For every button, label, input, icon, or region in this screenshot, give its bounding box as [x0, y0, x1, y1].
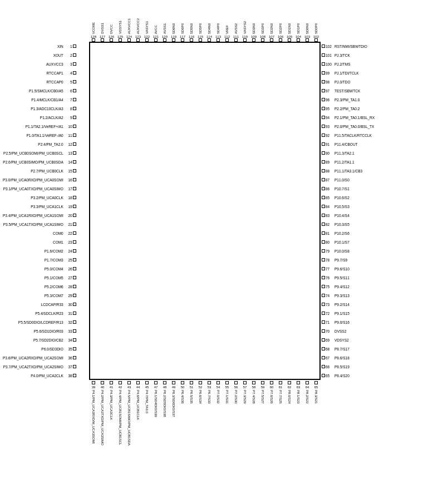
right-pin-label: P10.4/S4: [334, 214, 350, 218]
right-pin-label: P9.1/S15: [334, 312, 350, 315]
top-pin-item: SD5N0 116: [187, 6, 196, 42]
left-pin-item: P2.7/PM_UCB0CLK 15: [3, 166, 76, 175]
bottom-pin-label: P6.7/S33: [208, 390, 211, 404]
left-pin-number: 14: [65, 160, 72, 164]
right-pin-label: P2.1/PM_TA0.1/BSL_RX: [334, 116, 375, 120]
left-pin-item: P1.0/TA1.1/VeREF-/A0 11: [3, 131, 76, 140]
right-pin-item: 96 P2.3/PM_TA1.0: [322, 95, 430, 104]
top-pin-item: SD3N0 109: [249, 6, 258, 42]
pin-square: [73, 89, 76, 92]
bottom-pin-item: 43 P4.5/PM_UCB1SIMO/PM_UCB1SDA: [125, 381, 134, 439]
left-pin-number: 38: [65, 374, 72, 378]
pin-square: [73, 223, 76, 226]
pin-square: [322, 294, 325, 297]
left-pin-label: COM0: [53, 231, 63, 235]
left-pin-label: COM1: [53, 240, 63, 244]
top-pin-item: AVSS2 111: [232, 6, 240, 42]
left-pin-item: P5.0/COM4 26: [3, 264, 76, 273]
right-pin-item: 100 PJ.2/TMS: [322, 60, 430, 68]
right-pin-label: P11.4/CBOUT: [334, 142, 358, 146]
left-pin-item: P1.1/TA2.1/VeREF+/A1 10: [3, 122, 76, 131]
left-pin-number: 15: [65, 169, 72, 173]
right-pin-number: 82: [326, 223, 333, 226]
right-pin-item: 102 RST/NMI/SBWTDIO: [322, 42, 430, 51]
top-pin-item: AVCC 121: [151, 6, 160, 42]
right-pin-label: PJ.1/TDI/TCLK: [334, 71, 359, 75]
right-pin-label: P10.2/S6: [334, 231, 350, 235]
pin-square: [73, 276, 76, 279]
left-pin-item: XIN 1: [3, 42, 76, 51]
top-pin-label: DVSS1: [101, 23, 104, 34]
left-pin-item: P5.1/COM5 27: [3, 273, 76, 282]
bottom-pin-item: 44 P4.6/PM_UCB1CLK: [134, 381, 142, 439]
right-pin-label: P11.5/TACLK/RTCCLK: [334, 134, 372, 137]
bottom-pin-label: P6.3/SD6DIO/S37: [172, 390, 175, 417]
left-pin-number: 7: [65, 98, 72, 102]
right-pin-label: P9.2/S14: [334, 303, 350, 307]
right-pin-label: PJ.2/TMS: [334, 62, 351, 66]
right-pin-number: 96: [326, 98, 333, 102]
left-pin-label: P3.7/PM_UCA2TXD/PM_UCA2SIMO: [3, 365, 63, 369]
top-pin-item: SD5P0 115: [196, 6, 205, 42]
right-pin-item: 66 P8.5/S19: [322, 362, 430, 371]
right-pin-item: 90 P11.3/TA2.1: [322, 149, 430, 157]
left-pin-number: 30: [65, 303, 72, 307]
left-pin-number: 28: [65, 285, 72, 289]
chip-diagram: VCORE 128 DVSS1 127 DVCC 126 VDSYS1 125 …: [3, 6, 430, 444]
pin-square: [216, 381, 220, 384]
bottom-pin-label: P7.2/S30: [234, 390, 238, 404]
top-pin-label: SD6P0: [181, 23, 184, 34]
left-pin-item: AUXVCC3 3: [3, 60, 76, 68]
bottom-pin-label: P4.5/PM_UCB1SIMO/PM_UCB1SDA: [127, 390, 131, 446]
bottom-pin-label: P6.5/S35: [190, 390, 193, 404]
pin-square: [322, 71, 325, 75]
right-pin-number: 80: [326, 240, 333, 244]
pin-square: [119, 381, 122, 384]
bottom-pin-number: 51: [190, 386, 194, 389]
top-pins-container: VCORE 128 DVSS1 127 DVCC 126 VDSYS1 125 …: [89, 6, 321, 42]
top-pin-item: DVSS1 127: [98, 6, 107, 42]
left-pin-label: P3.4/PM_UCA1RXD/PM_UCA1SOMI: [3, 214, 63, 218]
pin-square: [73, 205, 76, 208]
right-pin-label: P11.0/S0: [334, 178, 350, 182]
pin-square: [322, 267, 325, 270]
bottom-pin-item: 41 P4.3/PM_UCA3CLK: [107, 381, 116, 439]
bottom-pin-label: P4.4/PM_UCB1SOMI/PM_UCB1SCL: [119, 390, 122, 445]
bottom-pin-label: P6.2/SD5DIO/S38: [163, 390, 166, 417]
top-pin-item: SD1P0 104: [294, 6, 303, 42]
left-pin-number: 25: [65, 258, 72, 262]
right-pin-item: 65 P8.4/S20: [322, 371, 430, 380]
bottom-pin-item: 45 P4.7/PM_TA3.0: [142, 381, 151, 439]
right-pin-number: 72: [326, 312, 333, 315]
right-pin-item: 74 P9.3/S13: [322, 291, 430, 300]
right-pin-item: 89 P11.2/TA1.1: [322, 157, 430, 166]
right-pin-number: 98: [326, 80, 333, 84]
right-pin-number: 77: [326, 267, 333, 271]
bottom-pin-label: P8.2/S22: [306, 390, 309, 404]
top-pin-label: DVCC: [110, 24, 113, 34]
pin-square: [73, 294, 76, 297]
top-pin-label: VASYS1: [145, 21, 149, 34]
left-pin-item: P5.7/SD2DIO/CB2 34: [3, 335, 76, 344]
right-pin-number: 95: [326, 107, 333, 111]
left-pin-label: P5.4/SDCLK/R23: [35, 312, 63, 315]
bottom-pin-item: 42 P4.4/PM_UCB1SOMI/PM_UCB1SCL: [116, 381, 125, 439]
right-pin-item: 101 PJ.3/TCK: [322, 51, 430, 60]
left-pin-number: 4: [65, 71, 72, 75]
left-pin-label: RTCCAP1: [47, 71, 63, 75]
right-pin-label: P10.5/S3: [334, 205, 350, 209]
bottom-pin-number: 54: [216, 386, 220, 389]
right-pin-number: 102: [326, 45, 333, 48]
pin-square: [322, 134, 325, 137]
left-pin-label: P3.6/PM_UCA2RXD/PM_UCA2SOMI: [3, 356, 63, 360]
right-pin-item: 97 TEST/SBWTCK: [322, 86, 430, 95]
pin-square: [73, 80, 76, 83]
pin-square: [73, 125, 76, 128]
right-pin-number: 101: [326, 53, 333, 57]
top-pin-item: SD6P0 117: [178, 6, 187, 42]
chip-body: [89, 42, 321, 380]
left-pin-label: P1.4/MCLK/CB1/A4: [31, 98, 63, 102]
pin-square: [73, 303, 76, 306]
left-pin-label: P6.0/SD3DIO: [41, 347, 63, 351]
right-pin-item: 91 P11.4/CBOUT: [322, 140, 430, 149]
